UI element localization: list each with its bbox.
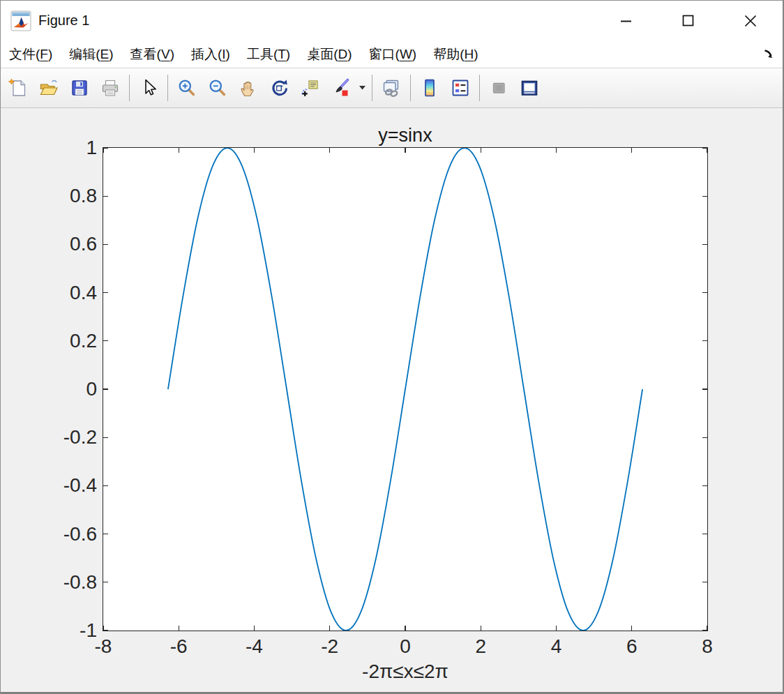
y-tick-label: -1 (1, 620, 97, 641)
x-tick-label: 4 (551, 635, 562, 658)
x-tick-label: 8 (702, 635, 713, 658)
axes-plot-area[interactable] (103, 147, 708, 631)
y-tick-label: 0.6 (1, 234, 97, 255)
insert-legend-button[interactable] (445, 73, 476, 103)
brush-data-button[interactable] (325, 73, 356, 103)
minimize-icon (619, 14, 633, 28)
colorbar-icon (419, 77, 440, 98)
new-file-icon (8, 77, 29, 98)
hide-plot-tools-button[interactable] (483, 73, 514, 103)
hand-icon (238, 77, 259, 98)
window-title: Figure 1 (38, 13, 89, 29)
y-tick-label: -0.4 (1, 475, 97, 496)
menu-item-view[interactable]: 查看(V) (122, 43, 183, 66)
hide-plot-tools-icon (488, 77, 509, 98)
print-button[interactable] (95, 73, 126, 103)
x-tick-label: -4 (246, 635, 263, 658)
menu-item-file[interactable]: 文件(F) (1, 43, 61, 66)
new-figure-button[interactable] (3, 73, 33, 103)
sine-plot (103, 148, 707, 631)
insert-colorbar-button[interactable] (414, 73, 445, 103)
toolbar-separator (167, 75, 168, 101)
printer-icon (100, 77, 121, 98)
legend-icon (450, 77, 471, 98)
minimize-button[interactable] (595, 1, 657, 40)
menu-item-tools[interactable]: 工具(T) (239, 43, 299, 66)
zoom-out-icon (207, 77, 228, 98)
zoom-in-button[interactable] (172, 73, 202, 103)
data-cursor-button[interactable] (294, 73, 325, 103)
pan-button[interactable] (233, 73, 264, 103)
figure-window: Figure 1 文件(F)编辑(E)查看(V)插入(I)工具(T)桌面(D)窗… (0, 0, 784, 694)
link-plot-button[interactable] (376, 73, 407, 103)
x-tick-label: 0 (400, 635, 411, 658)
rotate-3d-button[interactable] (264, 73, 294, 103)
plot-title: y=sinx (103, 125, 708, 146)
y-tick-label: 1 (1, 137, 97, 158)
brush-dropdown-button[interactable] (356, 73, 368, 103)
show-plot-tools-button[interactable] (514, 73, 545, 103)
zoom-out-button[interactable] (202, 73, 233, 103)
x-tick-label: 6 (626, 635, 638, 658)
caret-down-icon (359, 86, 365, 90)
figure-canvas: y=sinx -1-0.8-0.6-0.4-0.200.20.40.60.81 … (1, 108, 783, 692)
x-tick-label: -8 (95, 635, 112, 658)
x-tick-label: 2 (475, 635, 486, 658)
maximize-button[interactable] (657, 1, 719, 40)
save-icon (69, 77, 90, 98)
menu-item-window[interactable]: 窗口(W) (361, 43, 425, 66)
x-tick-label: -2 (321, 635, 338, 658)
close-icon (743, 13, 758, 29)
y-tick-label: 0 (1, 379, 97, 400)
edit-plot-button[interactable] (133, 73, 164, 103)
toolbar (1, 68, 783, 108)
titlebar[interactable]: Figure 1 (1, 1, 783, 40)
menu-items: 文件(F)编辑(E)查看(V)插入(I)工具(T)桌面(D)窗口(W)帮助(H) (1, 43, 487, 66)
y-tick-label: -0.6 (1, 524, 97, 545)
close-button[interactable] (719, 1, 781, 40)
y-tick-label: -0.2 (1, 427, 97, 448)
sine-curve (168, 148, 642, 631)
x-tick-label: -6 (170, 635, 188, 658)
open-folder-icon (38, 77, 59, 98)
dock-figure-button[interactable] (762, 47, 776, 61)
open-file-button[interactable] (33, 73, 64, 103)
maximize-icon (681, 14, 695, 28)
link-icon (381, 77, 402, 98)
menu-item-desktop[interactable]: 桌面(D) (299, 43, 360, 66)
rotate-3d-icon (269, 77, 289, 98)
dock-figure-icon (762, 47, 776, 61)
pointer-icon (138, 77, 159, 98)
menu-item-edit[interactable]: 编辑(E) (61, 43, 121, 66)
matlab-logo-icon (10, 10, 31, 31)
y-tick-label: 0.4 (1, 282, 97, 303)
menu-item-insert[interactable]: 插入(I) (183, 43, 239, 66)
toolbar-separator (372, 75, 372, 101)
y-tick-label: 0.8 (1, 186, 97, 206)
toolbar-separator (479, 75, 480, 101)
y-tick-label: 0.2 (1, 331, 97, 352)
menubar: 文件(F)编辑(E)查看(V)插入(I)工具(T)桌面(D)窗口(W)帮助(H) (1, 40, 783, 68)
save-figure-button[interactable] (64, 73, 95, 103)
menu-item-help[interactable]: 帮助(H) (425, 43, 486, 66)
show-plot-tools-icon (519, 77, 540, 98)
toolbar-separator (129, 75, 130, 101)
data-cursor-icon (299, 77, 320, 98)
y-tick-label: -0.8 (1, 572, 97, 593)
toolbar-separator (410, 75, 411, 101)
brush-icon (330, 77, 351, 98)
window-controls (595, 1, 781, 40)
x-axis-label: -2π≤x≤2π (103, 661, 708, 683)
zoom-in-icon (176, 77, 197, 98)
